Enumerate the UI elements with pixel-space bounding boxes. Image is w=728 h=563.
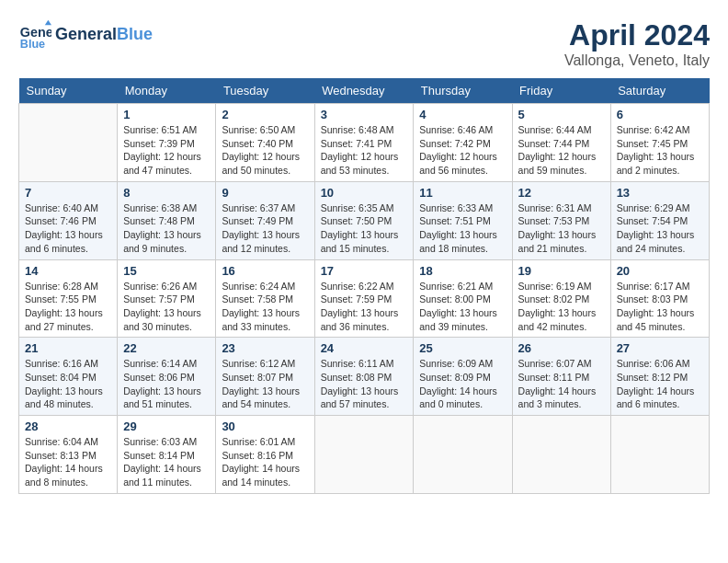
calendar-cell: 24Sunrise: 6:11 AMSunset: 8:08 PMDayligh… bbox=[314, 338, 414, 416]
day-number: 3 bbox=[321, 108, 408, 121]
day-number: 27 bbox=[617, 341, 703, 355]
day-info: Sunrise: 6:51 AMSunset: 7:39 PMDaylight:… bbox=[123, 123, 210, 178]
day-info: Sunrise: 6:09 AMSunset: 8:09 PMDaylight:… bbox=[419, 357, 506, 411]
calendar-week-row: 1Sunrise: 6:51 AMSunset: 7:39 PMDaylight… bbox=[19, 104, 710, 182]
weekday-header-row: SundayMondayTuesdayWednesdayThursdayFrid… bbox=[19, 78, 710, 104]
day-info: Sunrise: 6:50 AMSunset: 7:40 PMDaylight:… bbox=[222, 123, 308, 178]
calendar-table: SundayMondayTuesdayWednesdayThursdayFrid… bbox=[18, 78, 710, 494]
day-number: 26 bbox=[518, 341, 605, 355]
day-number: 19 bbox=[518, 264, 605, 278]
day-info: Sunrise: 6:12 AMSunset: 8:07 PMDaylight:… bbox=[222, 357, 308, 411]
calendar-cell bbox=[512, 416, 610, 494]
day-number: 11 bbox=[419, 186, 506, 200]
logo-text: GeneralBlue bbox=[55, 26, 153, 44]
svg-text:Blue: Blue bbox=[20, 38, 45, 51]
day-info: Sunrise: 6:46 AMSunset: 7:42 PMDaylight:… bbox=[419, 123, 506, 178]
weekday-header-cell: Monday bbox=[118, 78, 216, 104]
day-info: Sunrise: 6:01 AMSunset: 8:16 PMDaylight:… bbox=[222, 435, 308, 489]
day-number: 9 bbox=[222, 186, 308, 200]
day-number: 29 bbox=[123, 419, 210, 433]
calendar-cell bbox=[610, 416, 709, 494]
day-number: 22 bbox=[123, 341, 210, 355]
day-number: 2 bbox=[222, 108, 308, 121]
day-number: 15 bbox=[123, 264, 210, 278]
calendar-week-row: 14Sunrise: 6:28 AMSunset: 7:55 PMDayligh… bbox=[19, 259, 710, 338]
calendar-week-row: 28Sunrise: 6:04 AMSunset: 8:13 PMDayligh… bbox=[19, 416, 710, 494]
day-number: 5 bbox=[518, 108, 605, 121]
calendar-cell: 7Sunrise: 6:40 AMSunset: 7:46 PMDaylight… bbox=[19, 181, 118, 259]
day-number: 21 bbox=[25, 341, 111, 355]
calendar-cell: 14Sunrise: 6:28 AMSunset: 7:55 PMDayligh… bbox=[19, 259, 118, 338]
calendar-cell: 11Sunrise: 6:33 AMSunset: 7:51 PMDayligh… bbox=[414, 181, 512, 259]
day-info: Sunrise: 6:37 AMSunset: 7:49 PMDaylight:… bbox=[222, 201, 308, 256]
day-info: Sunrise: 6:48 AMSunset: 7:41 PMDaylight:… bbox=[321, 123, 408, 178]
calendar-cell: 1Sunrise: 6:51 AMSunset: 7:39 PMDaylight… bbox=[118, 104, 216, 182]
calendar-cell bbox=[414, 416, 512, 494]
calendar-cell: 10Sunrise: 6:35 AMSunset: 7:50 PMDayligh… bbox=[314, 181, 414, 259]
day-info: Sunrise: 6:33 AMSunset: 7:51 PMDaylight:… bbox=[419, 201, 506, 256]
calendar-cell: 5Sunrise: 6:44 AMSunset: 7:44 PMDaylight… bbox=[512, 104, 610, 182]
logo: General Blue GeneralBlue bbox=[18, 18, 153, 52]
day-info: Sunrise: 6:31 AMSunset: 7:53 PMDaylight:… bbox=[518, 201, 605, 256]
day-info: Sunrise: 6:19 AMSunset: 8:02 PMDaylight:… bbox=[518, 280, 605, 334]
day-number: 20 bbox=[617, 264, 703, 278]
weekday-header-cell: Sunday bbox=[19, 78, 118, 104]
calendar-cell: 4Sunrise: 6:46 AMSunset: 7:42 PMDaylight… bbox=[414, 104, 512, 182]
day-number: 14 bbox=[25, 264, 111, 278]
title-area: April 2024 Vallonga, Veneto, Italy bbox=[564, 18, 710, 69]
calendar-cell: 8Sunrise: 6:38 AMSunset: 7:48 PMDaylight… bbox=[118, 181, 216, 259]
weekday-header-cell: Wednesday bbox=[314, 78, 414, 104]
calendar-cell: 28Sunrise: 6:04 AMSunset: 8:13 PMDayligh… bbox=[19, 416, 118, 494]
day-info: Sunrise: 6:44 AMSunset: 7:44 PMDaylight:… bbox=[518, 123, 605, 178]
calendar-cell: 25Sunrise: 6:09 AMSunset: 8:09 PMDayligh… bbox=[414, 338, 512, 416]
weekday-header-cell: Friday bbox=[512, 78, 610, 104]
calendar-cell: 27Sunrise: 6:06 AMSunset: 8:12 PMDayligh… bbox=[610, 338, 709, 416]
day-info: Sunrise: 6:35 AMSunset: 7:50 PMDaylight:… bbox=[321, 201, 408, 256]
day-info: Sunrise: 6:21 AMSunset: 8:00 PMDaylight:… bbox=[419, 280, 506, 334]
day-info: Sunrise: 6:28 AMSunset: 7:55 PMDaylight:… bbox=[25, 280, 111, 334]
day-info: Sunrise: 6:42 AMSunset: 7:45 PMDaylight:… bbox=[617, 123, 703, 178]
day-info: Sunrise: 6:17 AMSunset: 8:03 PMDaylight:… bbox=[617, 280, 703, 334]
weekday-header-cell: Saturday bbox=[610, 78, 709, 104]
page-header: General Blue GeneralBlue April 2024 Vall… bbox=[18, 18, 710, 69]
calendar-body: 1Sunrise: 6:51 AMSunset: 7:39 PMDaylight… bbox=[19, 104, 710, 494]
calendar-cell: 15Sunrise: 6:26 AMSunset: 7:57 PMDayligh… bbox=[118, 259, 216, 338]
calendar-cell: 19Sunrise: 6:19 AMSunset: 8:02 PMDayligh… bbox=[512, 259, 610, 338]
day-info: Sunrise: 6:03 AMSunset: 8:14 PMDaylight:… bbox=[123, 435, 210, 489]
location-title: Vallonga, Veneto, Italy bbox=[564, 52, 710, 69]
day-number: 13 bbox=[617, 186, 703, 200]
day-info: Sunrise: 6:24 AMSunset: 7:58 PMDaylight:… bbox=[222, 280, 308, 334]
day-info: Sunrise: 6:29 AMSunset: 7:54 PMDaylight:… bbox=[617, 201, 703, 256]
calendar-cell: 29Sunrise: 6:03 AMSunset: 8:14 PMDayligh… bbox=[118, 416, 216, 494]
day-number: 25 bbox=[419, 341, 506, 355]
day-number: 10 bbox=[321, 186, 408, 200]
logo-icon: General Blue bbox=[18, 18, 51, 52]
day-number: 30 bbox=[222, 419, 308, 433]
calendar-cell bbox=[19, 104, 118, 182]
calendar-cell: 16Sunrise: 6:24 AMSunset: 7:58 PMDayligh… bbox=[216, 259, 314, 338]
day-info: Sunrise: 6:06 AMSunset: 8:12 PMDaylight:… bbox=[617, 357, 703, 411]
day-number: 6 bbox=[617, 108, 703, 121]
calendar-cell bbox=[314, 416, 414, 494]
weekday-header-cell: Tuesday bbox=[216, 78, 314, 104]
day-number: 17 bbox=[321, 264, 408, 278]
day-info: Sunrise: 6:11 AMSunset: 8:08 PMDaylight:… bbox=[321, 357, 408, 411]
calendar-cell: 18Sunrise: 6:21 AMSunset: 8:00 PMDayligh… bbox=[414, 259, 512, 338]
calendar-cell: 20Sunrise: 6:17 AMSunset: 8:03 PMDayligh… bbox=[610, 259, 709, 338]
calendar-cell: 6Sunrise: 6:42 AMSunset: 7:45 PMDaylight… bbox=[610, 104, 709, 182]
day-info: Sunrise: 6:04 AMSunset: 8:13 PMDaylight:… bbox=[25, 435, 111, 489]
day-number: 23 bbox=[222, 341, 308, 355]
calendar-cell: 30Sunrise: 6:01 AMSunset: 8:16 PMDayligh… bbox=[216, 416, 314, 494]
calendar-cell: 17Sunrise: 6:22 AMSunset: 7:59 PMDayligh… bbox=[314, 259, 414, 338]
day-number: 24 bbox=[321, 341, 408, 355]
day-info: Sunrise: 6:22 AMSunset: 7:59 PMDaylight:… bbox=[321, 280, 408, 334]
calendar-cell: 22Sunrise: 6:14 AMSunset: 8:06 PMDayligh… bbox=[118, 338, 216, 416]
calendar-cell: 12Sunrise: 6:31 AMSunset: 7:53 PMDayligh… bbox=[512, 181, 610, 259]
day-number: 16 bbox=[222, 264, 308, 278]
day-number: 18 bbox=[419, 264, 506, 278]
day-info: Sunrise: 6:16 AMSunset: 8:04 PMDaylight:… bbox=[25, 357, 111, 411]
calendar-cell: 3Sunrise: 6:48 AMSunset: 7:41 PMDaylight… bbox=[314, 104, 414, 182]
calendar-cell: 26Sunrise: 6:07 AMSunset: 8:11 PMDayligh… bbox=[512, 338, 610, 416]
day-info: Sunrise: 6:38 AMSunset: 7:48 PMDaylight:… bbox=[123, 201, 210, 256]
day-number: 12 bbox=[518, 186, 605, 200]
